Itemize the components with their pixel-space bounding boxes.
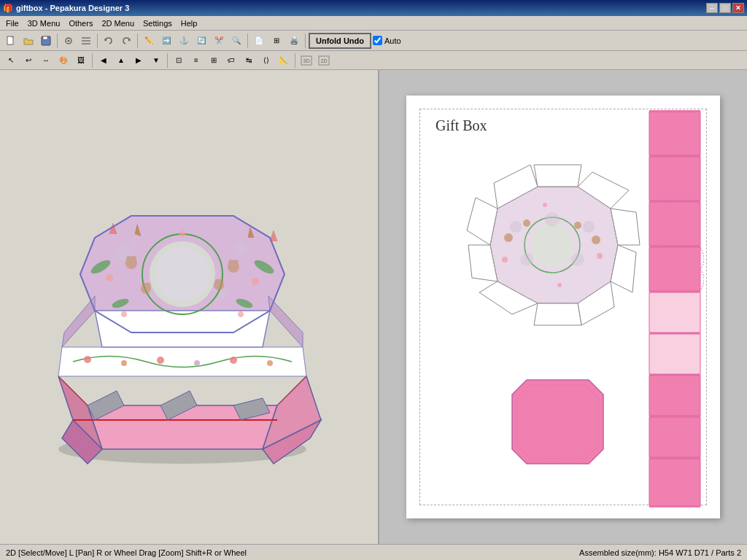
fold-button[interactable]: 📐 xyxy=(276,52,292,69)
paper-sheet: Gift Box xyxy=(406,96,720,518)
edge-button[interactable]: ⟨⟩ xyxy=(258,52,274,69)
flip-button[interactable]: ↔ xyxy=(38,52,54,69)
print-button[interactable]: 🖨️ xyxy=(286,33,302,49)
bottom-octagon xyxy=(505,369,611,475)
close-button[interactable]: ✕ xyxy=(732,3,744,13)
svg-point-29 xyxy=(194,360,200,366)
minimize-button[interactable]: ─ xyxy=(706,3,718,13)
menu-file[interactable]: File xyxy=(1,18,23,29)
tb2-sep1 xyxy=(92,53,93,68)
restore-button[interactable]: □ xyxy=(719,3,731,13)
3d-view2[interactable]: 2D xyxy=(316,52,332,69)
svg-point-59 xyxy=(219,279,224,284)
settings-button[interactable] xyxy=(61,33,77,49)
menu-3d[interactable]: 3D Menu xyxy=(23,18,65,29)
svg-point-4 xyxy=(68,39,70,42)
main-area: Gift Box xyxy=(0,70,747,544)
svg-marker-82 xyxy=(534,165,581,187)
align-button[interactable]: ≡ xyxy=(188,52,204,69)
select-button[interactable]: ↖ xyxy=(3,52,19,69)
menubar: File 3D Menu Others 2D Menu Settings Hel… xyxy=(0,16,747,31)
unfold-undo-button[interactable]: Unfold Undo xyxy=(309,33,371,49)
svg-point-68 xyxy=(530,223,574,267)
pink-strip-pattern xyxy=(646,110,704,508)
svg-point-43 xyxy=(155,246,210,302)
sep2 xyxy=(97,34,98,48)
svg-point-79 xyxy=(597,253,603,259)
statusbar: 2D [Select/Move] L [Pan] R or Wheel Drag… xyxy=(0,544,747,560)
grid-button[interactable]: ⊞ xyxy=(268,33,285,49)
menu-2d[interactable]: 2D Menu xyxy=(97,18,139,29)
svg-point-60 xyxy=(106,274,113,281)
svg-text:2D: 2D xyxy=(321,58,328,63)
menu-help[interactable]: Help xyxy=(177,18,202,29)
svg-rect-111 xyxy=(649,459,700,506)
move-down[interactable]: ▼ xyxy=(148,52,164,69)
svg-point-78 xyxy=(502,257,508,262)
sep1 xyxy=(57,34,58,48)
svg-rect-2 xyxy=(43,36,47,39)
group-button[interactable]: ⊞ xyxy=(206,52,222,69)
svg-point-61 xyxy=(252,278,259,285)
move-up[interactable]: ▲ xyxy=(113,52,129,69)
auto-checkbox[interactable] xyxy=(373,36,382,45)
svg-rect-0 xyxy=(7,36,13,44)
svg-rect-108 xyxy=(649,334,700,374)
svg-marker-87 xyxy=(534,303,581,325)
svg-rect-103 xyxy=(649,112,700,155)
svg-rect-107 xyxy=(649,292,700,332)
zoom-button[interactable]: 🔍 xyxy=(228,33,244,49)
svg-point-73 xyxy=(571,253,584,266)
sep5 xyxy=(305,34,306,48)
pen-button[interactable]: ✏️ xyxy=(141,33,157,49)
3d-view1[interactable]: 3D xyxy=(298,52,314,69)
2d-view-panel[interactable]: Gift Box xyxy=(379,70,747,544)
auto-checkbox-label[interactable]: Auto xyxy=(373,36,401,45)
svg-point-72 xyxy=(520,253,533,266)
svg-point-53 xyxy=(233,260,239,265)
config-button[interactable] xyxy=(78,33,94,49)
svg-text:3D: 3D xyxy=(303,58,310,63)
open-button[interactable] xyxy=(20,33,36,49)
new-button[interactable] xyxy=(3,33,19,49)
color-button[interactable]: 🎨 xyxy=(55,52,71,69)
label-button[interactable]: 🏷 xyxy=(223,52,239,69)
svg-point-71 xyxy=(583,221,595,233)
texture-button[interactable]: 🖼 xyxy=(73,52,89,69)
move3d-button[interactable]: 🔄 xyxy=(193,33,209,49)
svg-point-64 xyxy=(179,231,185,237)
svg-point-81 xyxy=(557,283,562,287)
status-right: Assembled size(mm): H54 W71 D71 / Parts … xyxy=(579,548,741,557)
svg-point-27 xyxy=(121,360,127,366)
scissors-button[interactable]: ✂️ xyxy=(211,33,227,49)
svg-rect-7 xyxy=(82,43,90,44)
move-left[interactable]: ◀ xyxy=(96,52,112,69)
svg-point-74 xyxy=(504,233,513,242)
status-left: 2D [Select/Move] L [Pan] R or Wheel Drag… xyxy=(6,548,247,557)
anchor-button[interactable]: ⚓ xyxy=(176,33,192,49)
window-title: giftbox - Pepakura Designer 3 xyxy=(16,4,129,12)
svg-point-31 xyxy=(267,360,273,366)
svg-rect-109 xyxy=(649,376,700,416)
svg-rect-104 xyxy=(649,157,700,201)
titlebar-left: 🎁 giftbox - Pepakura Designer 3 xyxy=(3,4,129,13)
tb2-sep3 xyxy=(295,53,295,68)
svg-point-75 xyxy=(592,236,600,244)
svg-point-69 xyxy=(510,221,522,233)
3d-view-panel[interactable] xyxy=(0,70,379,544)
menu-others[interactable]: Others xyxy=(64,18,97,29)
rotate-button[interactable]: ↩ xyxy=(20,52,36,69)
svg-rect-105 xyxy=(649,202,700,246)
svg-rect-106 xyxy=(649,247,700,291)
move-right[interactable]: ▶ xyxy=(131,52,147,69)
scale-button[interactable]: ⊡ xyxy=(171,52,187,69)
arrow-button[interactable]: ➡️ xyxy=(158,33,174,49)
unfolded-pattern xyxy=(432,132,643,351)
tab-button[interactable]: ↹ xyxy=(241,52,257,69)
svg-rect-5 xyxy=(82,37,90,39)
save-button[interactable] xyxy=(38,33,54,49)
undo-button[interactable] xyxy=(101,33,117,49)
redo-button[interactable] xyxy=(118,33,134,49)
page-button[interactable]: 📄 xyxy=(251,33,267,49)
menu-settings[interactable]: Settings xyxy=(139,18,177,29)
